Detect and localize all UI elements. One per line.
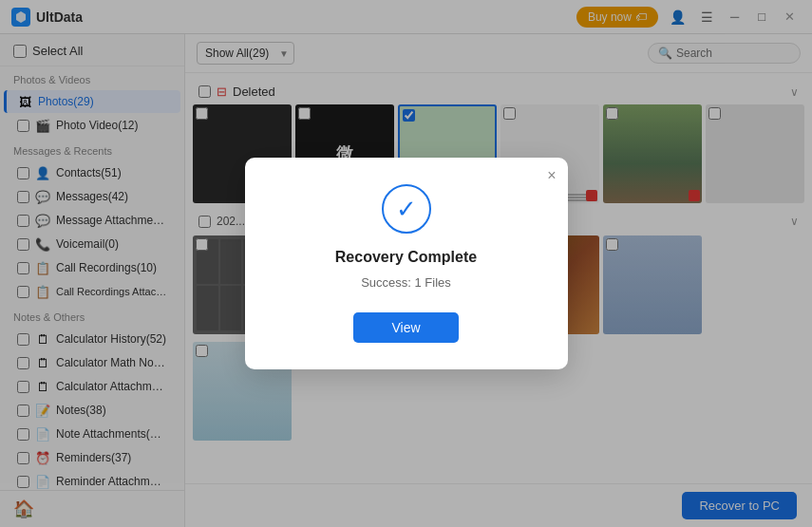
modal-close-button[interactable]: × (547, 167, 556, 184)
modal-title: Recovery Complete (335, 249, 477, 266)
modal-subtitle: Success: 1 Files (361, 275, 451, 290)
recovery-complete-modal: × ✓ Recovery Complete Success: 1 Files V… (245, 158, 568, 369)
modal-success-icon: ✓ (382, 184, 431, 234)
modal-view-button[interactable]: View (353, 312, 458, 343)
modal-overlay[interactable]: × ✓ Recovery Complete Success: 1 Files V… (0, 0, 812, 527)
